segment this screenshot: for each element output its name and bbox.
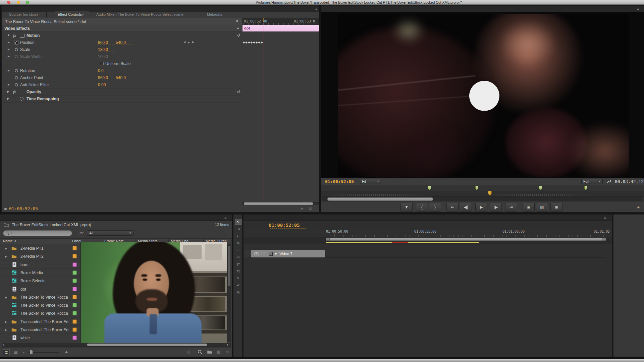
scroll-left-arrow-icon[interactable]: ◀	[2, 344, 6, 346]
list-view-button[interactable]: ≣	[3, 349, 10, 355]
twirl-icon[interactable]: ▶	[7, 90, 10, 94]
column-header-name[interactable]: Name ∧	[3, 239, 70, 243]
reset-effect-icon[interactable]: ↺	[237, 33, 241, 38]
mark-in-button[interactable]: {	[416, 203, 428, 212]
twirl-icon[interactable]: ▶	[5, 296, 8, 299]
next-keyframe-icon[interactable]: ▶	[192, 41, 195, 45]
label-color-chip[interactable]	[72, 336, 77, 340]
zoom-window-button[interactable]	[26, 1, 29, 4]
twirl-icon[interactable]: ▶	[8, 55, 11, 59]
label-color-chip[interactable]	[72, 311, 77, 315]
add-panel-button[interactable]: +	[636, 204, 641, 210]
fit-dropdown[interactable]: Fit▼	[360, 179, 381, 184]
panel-menu-icon[interactable]: ≡	[637, 7, 642, 11]
razor-tool[interactable]: ✂	[235, 254, 241, 260]
find-icon[interactable]	[198, 350, 202, 354]
property-value[interactable]: 0.0	[98, 68, 115, 73]
label-color-chip[interactable]	[72, 262, 77, 267]
new-item-icon[interactable]: ▤	[217, 350, 222, 354]
eye-icon[interactable]	[254, 252, 259, 255]
tab-source-no-clips[interactable]: Source: (no clips)	[6, 11, 47, 17]
twirl-icon[interactable]: ▼	[7, 34, 10, 38]
label-color-chip[interactable]	[72, 254, 77, 258]
settings-wrench-icon[interactable]	[606, 179, 611, 184]
thumbnail-zoom-slider[interactable]	[29, 352, 59, 353]
ec-play-icon[interactable]: ▶	[301, 206, 306, 211]
project-hscrollbar-thumb[interactable]	[87, 344, 207, 346]
program-zoombar-thumb[interactable]	[327, 197, 433, 201]
collapse-section-icon[interactable]: ▲	[236, 26, 240, 30]
track-content-video-7[interactable]	[325, 250, 606, 258]
twirl-icon[interactable]: ▶	[5, 320, 8, 324]
search-scope-dropdown[interactable]: All▼	[87, 230, 134, 236]
track-toggle-box[interactable]	[269, 252, 273, 256]
workarea-left-handle[interactable]	[326, 238, 330, 241]
label-color-chip[interactable]	[72, 295, 77, 299]
go-to-out-button[interactable]: ⇥	[505, 203, 517, 212]
label-color-chip[interactable]	[72, 303, 77, 307]
label-color-chip[interactable]	[72, 279, 77, 283]
zoom-out-small-icon[interactable]: ▲	[22, 351, 26, 354]
label-color-chip[interactable]	[72, 270, 77, 275]
workarea-bar[interactable]	[326, 238, 606, 241]
zoom-in-large-icon[interactable]: ⛰	[65, 350, 70, 354]
stopwatch-icon[interactable]	[14, 54, 19, 59]
add-keyframe-icon[interactable]: ◆	[188, 41, 191, 44]
property-value[interactable]: 540.0	[116, 40, 133, 45]
go-to-in-button[interactable]: ⇤	[446, 203, 459, 212]
twirl-icon[interactable]: ▶	[7, 97, 10, 101]
new-bin-icon[interactable]	[207, 350, 212, 354]
ec-export-icon[interactable]: ▤	[309, 206, 314, 211]
keyframe-diamond[interactable]: ◆	[261, 41, 263, 44]
stopwatch-icon[interactable]	[14, 75, 19, 80]
property-value[interactable]: 130.0	[98, 47, 115, 52]
twirl-icon[interactable]: ▶	[5, 255, 8, 258]
rolling-edit-tool[interactable]: ⇅	[235, 240, 241, 246]
slip-tool[interactable]: ⇄	[235, 261, 241, 267]
workarea-right-handle[interactable]	[602, 238, 606, 241]
property-value[interactable]: 960.0	[98, 40, 115, 45]
quality-dropdown[interactable]: Full▼	[581, 179, 603, 184]
track-select-tool[interactable]: ⇥	[235, 226, 241, 232]
panel-menu-icon[interactable]: ≡	[224, 216, 229, 220]
slide-tool[interactable]: ⇆	[235, 268, 241, 274]
automate-to-sequence-icon[interactable]: ▥	[187, 350, 192, 354]
minimize-window-button[interactable]	[17, 1, 20, 4]
clear-trash-icon[interactable]: ▭	[226, 350, 230, 354]
prev-keyframe-icon[interactable]: ◀	[183, 41, 186, 45]
twirl-icon[interactable]: ▶	[8, 48, 11, 52]
extract-button[interactable]: ▨	[536, 203, 548, 212]
lift-button[interactable]: ▣	[523, 203, 535, 212]
twirl-icon[interactable]: ▶	[8, 83, 11, 87]
panel-menu-icon[interactable]: ≡	[604, 216, 609, 220]
label-color-chip[interactable]	[72, 319, 77, 324]
close-window-button[interactable]	[7, 1, 10, 4]
program-current-timecode[interactable]: 01:00:52:05	[325, 179, 362, 184]
selection-tool[interactable]: ↖	[235, 219, 241, 225]
rate-stretch-tool[interactable]: ⇔	[235, 247, 241, 253]
property-value[interactable]: 0.00	[98, 82, 115, 87]
track-header-video-7[interactable]: ▶Video 7	[251, 250, 325, 258]
close-tab-icon[interactable]: ×	[82, 12, 84, 16]
mark-out-button[interactable]: }	[429, 203, 441, 212]
tab-metadata[interactable]: Metadata	[204, 11, 225, 17]
ec-current-timecode[interactable]: 01:00:52:05	[9, 206, 46, 211]
track-display-style-icon[interactable]	[262, 252, 266, 255]
stopwatch-icon[interactable]	[14, 82, 19, 87]
tab-audio-mixer-the-boxer-to-vince-rocca-select-scene[interactable]: Audio Mixer: The Boxer To Vince Rocca Se…	[94, 11, 196, 17]
icon-view-button[interactable]: ▦	[12, 349, 19, 355]
stopwatch-icon[interactable]	[14, 47, 19, 52]
panel-menu-icon[interactable]: ≡	[315, 7, 319, 11]
twirl-icon[interactable]: ▶	[5, 247, 8, 250]
uniform-scale-checkbox[interactable]: ✓	[100, 62, 104, 65]
ec-hscrollbar-thumb[interactable]	[244, 202, 313, 205]
step-forward-button[interactable]: |▶	[490, 203, 502, 212]
search-dropdown-icon[interactable]: ▼	[10, 232, 12, 234]
stopwatch-icon[interactable]	[14, 68, 19, 73]
twirl-icon[interactable]: ▶	[8, 69, 11, 73]
stopwatch-icon[interactable]	[14, 40, 19, 45]
property-value[interactable]: 960.0	[98, 75, 115, 80]
hand-tool[interactable]: ✔	[235, 282, 241, 288]
zoom-tool[interactable]: ◎	[235, 289, 241, 295]
reset-effect-icon[interactable]: ↺	[237, 89, 241, 94]
